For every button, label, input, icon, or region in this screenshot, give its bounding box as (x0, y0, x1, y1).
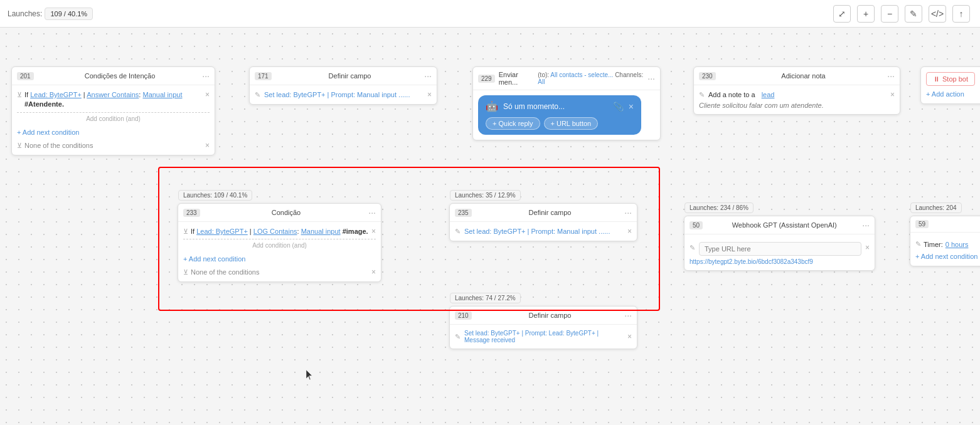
node-233-none-close[interactable]: × (371, 268, 376, 276)
filter-icon: ⊻ (17, 91, 22, 99)
node-210-launches: Launches: 74 / 27.2% (450, 293, 521, 303)
stop-bot-label: Stop bot (942, 75, 968, 83)
node-50-close[interactable]: × (865, 243, 870, 252)
node-171-menu[interactable]: ··· (424, 71, 432, 81)
quick-reply-btn[interactable]: + Quick reply (486, 117, 540, 130)
launches-label-210: Launches: (455, 295, 484, 302)
node-233-add-condition[interactable]: Add condition (and) (183, 239, 376, 251)
node-201: 201 Condições de Intenção ··· ⊻ If Lead:… (11, 66, 215, 155)
stop-bot-button[interactable]: ⏸ Stop bot (926, 72, 975, 86)
node-235-close[interactable]: × (627, 227, 632, 236)
node-233-none: ⊻ None of the conditions × (183, 268, 376, 276)
node-230-note-label: Add a note to a (708, 91, 755, 98)
node-210-title: Definir campo (529, 312, 572, 319)
pencil-icon-171: ✎ (255, 91, 260, 99)
node-233-title: Condição (272, 209, 301, 216)
node-171-header: 171 Definir campo ··· (250, 67, 437, 85)
channels-value: All (538, 78, 545, 85)
node-230-note-body: Cliente solicitou falar com um atendente… (699, 102, 895, 109)
node-233-add-next[interactable]: + Add next condition (183, 254, 376, 264)
canvas: 201 Condições de Intenção ··· ⊻ If Lead:… (0, 28, 980, 425)
node-235-title: Definir campo (529, 209, 572, 216)
pencil-icon-50: ✎ (690, 244, 695, 252)
node-229: 229 Enviar men... (to): All contacts - s… (472, 66, 661, 140)
edit-button[interactable]: ✎ (905, 5, 922, 23)
node-230-close[interactable]: × (890, 90, 895, 99)
timer-value[interactable]: 0 hours (945, 241, 969, 248)
node-235: Launches: 35 / 12.9% 235 Definir campo ·… (449, 203, 637, 241)
node-210-set-text: Set lead: ByteGPT+ | Prompt: Lead: ByteG… (464, 330, 624, 344)
export-button[interactable]: ↑ (952, 5, 970, 23)
node-201-id: 201 (17, 72, 34, 80)
node-50-menu[interactable]: ··· (862, 220, 870, 230)
expand-button[interactable]: ⤢ (833, 5, 851, 23)
pencil-icon-230: ✎ (699, 91, 705, 99)
node-210-set-row: ✎ Set lead: ByteGPT+ | Prompt: Lead: Byt… (455, 330, 632, 344)
node-171-set-row: ✎ Set lead: ByteGPT+ | Prompt: Manual in… (255, 90, 432, 99)
none-filter-icon-233: ⊻ (183, 268, 188, 276)
stop-bot-panel: ⏸ Stop bot + Add action (920, 66, 980, 104)
node-201-close[interactable]: × (205, 90, 210, 99)
launches-label-50: Launches: (690, 204, 718, 211)
node-235-header: 235 Definir campo ··· (450, 204, 637, 222)
node-230-menu[interactable]: ··· (887, 71, 895, 81)
node-235-set-text: Set lead: ByteGPT+ | Prompt: Manual inpu… (464, 228, 610, 235)
node-201-add-condition[interactable]: Add condition (and) (17, 112, 210, 125)
none-label: None of the conditions (24, 142, 93, 149)
message-bubble-229: 🤖 Só um momento... 📎 × + Quick reply + U… (478, 95, 641, 135)
node-233-menu[interactable]: ··· (368, 207, 376, 218)
bubble-actions: + Quick reply + URL button (486, 117, 634, 130)
node-233-close[interactable]: × (371, 227, 376, 236)
url-input-50[interactable] (699, 242, 861, 256)
launches-value-50: 234 / 86% (720, 204, 748, 211)
node-235-launches: Launches: 35 / 12.9% (450, 190, 521, 201)
node-229-body: 🤖 Só um momento... 📎 × + Quick reply + U… (473, 90, 660, 140)
node-233: Launches: 109 / 40.1% 233 Condição ··· ⊻… (178, 203, 381, 282)
add-next-label-59[interactable]: + Add next condition (915, 253, 977, 260)
node-171-title: Definir campo (329, 72, 371, 80)
pencil-icon-235: ✎ (455, 228, 461, 236)
node-171: 171 Definir campo ··· ✎ Set lead: ByteGP… (249, 66, 437, 105)
close-bubble-icon[interactable]: × (629, 102, 634, 112)
zoom-out-button[interactable]: − (881, 5, 898, 23)
node-201-menu[interactable]: ··· (202, 71, 210, 81)
node-235-menu[interactable]: ··· (624, 207, 632, 218)
node-59-header: 59 Pausar (910, 216, 980, 233)
none-label-233: None of the conditions (191, 268, 259, 276)
node-201-none-close[interactable]: × (205, 141, 210, 150)
code-button[interactable]: </> (929, 5, 946, 23)
node-59-body: ✎ Timer: 0 hours + Add next condition (910, 233, 980, 266)
launches-label-235: Launches: (455, 192, 484, 199)
node-50-id: 50 (690, 221, 703, 229)
node-230-note-link[interactable]: lead (762, 91, 775, 98)
node-50-body: ✎ × https://bytegpt2.byte.bio/6bdcf3082a… (684, 234, 875, 270)
node-59: Launches: 204 59 Pausar ✎ Timer: 0 hours… (910, 216, 980, 266)
node-171-close[interactable]: × (427, 90, 432, 99)
node-210-close[interactable]: × (627, 332, 632, 341)
node-230-title: Adicionar nota (781, 72, 825, 80)
node-229-id: 229 (478, 75, 495, 83)
launches-label-233: Launches: (183, 192, 212, 199)
launches-label-59: Launches: (915, 204, 944, 211)
paperclip-icon: 📎 (613, 102, 624, 112)
url-button-btn[interactable]: + URL button (544, 117, 599, 130)
node-201-title: Condições de Intenção (85, 72, 156, 80)
node-59-timer-row: ✎ Timer: 0 hours (915, 240, 980, 248)
node-50-title: Webhook GPT (Assistant OpenAI) (732, 221, 837, 229)
node-229-menu[interactable]: ··· (647, 73, 655, 83)
add-action-label[interactable]: + Add action (926, 90, 964, 98)
node-59-launches: Launches: 204 (910, 202, 962, 213)
add-action-btn[interactable]: + Add action (926, 90, 980, 98)
launches-value-235: 35 / 12.9% (486, 192, 516, 199)
node-233-launches: Launches: 109 / 40.1% (178, 190, 252, 201)
node-201-body: ⊻ If Lead: ByteGPT+ | Answer Contains: M… (12, 85, 215, 155)
node-210: Launches: 74 / 27.2% 210 Definir campo ·… (449, 306, 637, 349)
node-59-add-next[interactable]: + Add next condition (915, 252, 980, 261)
add-button[interactable]: + (857, 5, 875, 23)
channels-label: Channels: (615, 71, 643, 78)
node-201-add-next[interactable]: + Add next condition (17, 127, 210, 137)
node-210-id: 210 (455, 312, 472, 320)
node-59-id: 59 (915, 220, 929, 228)
node-210-menu[interactable]: ··· (624, 310, 632, 320)
to-label: (to): (538, 71, 549, 78)
